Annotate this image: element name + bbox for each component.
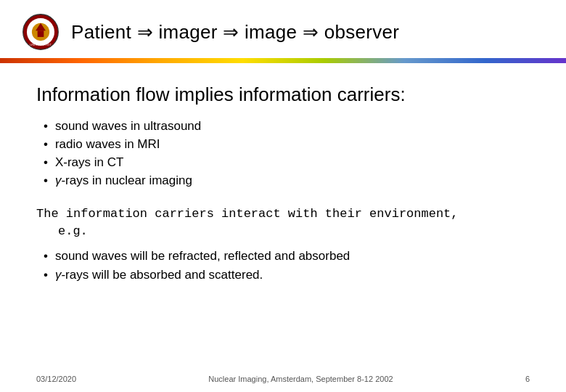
header: UNIVERSITEIT Patient ⇒ imager ⇒ image ⇒ … <box>0 0 566 58</box>
main-content: Information flow implies information car… <box>0 63 566 301</box>
footer-page: 6 <box>525 375 530 383</box>
university-logo: UNIVERSITEIT <box>22 13 60 51</box>
footer-date: 03/12/2020 <box>36 375 76 383</box>
list-item-text: sound waves in ultrasound <box>55 119 201 134</box>
color-bar <box>0 58 566 63</box>
list-item-text: X-rays in CT <box>55 155 123 170</box>
list-item: sound waves will be refracted, reflected… <box>44 249 530 264</box>
list-item: X-rays in CT <box>44 155 530 170</box>
slide-title: Patient ⇒ imager ⇒ image ⇒ observer <box>71 21 399 44</box>
bullet-list-1: sound waves in ultrasound radio waves in… <box>36 119 530 188</box>
list-item-text: γ-rays in nuclear imaging <box>55 173 192 188</box>
list-item: γ-rays in nuclear imaging <box>44 173 530 188</box>
svg-rect-3 <box>38 30 44 37</box>
svg-text:UNIVERSITEIT: UNIVERSITEIT <box>30 43 52 46</box>
list-item-text: γ-rays will be absorbed and scattered. <box>55 268 263 282</box>
list-item: radio waves in MRI <box>44 137 530 152</box>
section2-line2: e.g. <box>36 223 530 240</box>
section2-line1: The information carriers interact with t… <box>36 207 459 221</box>
footer-center: Nuclear Imaging, Amsterdam, September 8-… <box>76 375 525 383</box>
bullet-list-2: sound waves will be refracted, reflected… <box>36 249 530 282</box>
footer: 03/12/2020 Nuclear Imaging, Amsterdam, S… <box>0 375 566 383</box>
list-item-text: radio waves in MRI <box>55 137 160 152</box>
list-item: sound waves in ultrasound <box>44 119 530 134</box>
slide: UNIVERSITEIT Patient ⇒ imager ⇒ image ⇒ … <box>0 0 566 392</box>
section1-title: Information flow implies information car… <box>36 83 530 106</box>
list-item-text: sound waves will be refracted, reflected… <box>55 249 350 264</box>
section2-para: The information carriers interact with t… <box>36 205 530 240</box>
list-item: γ-rays will be absorbed and scattered. <box>44 268 530 282</box>
